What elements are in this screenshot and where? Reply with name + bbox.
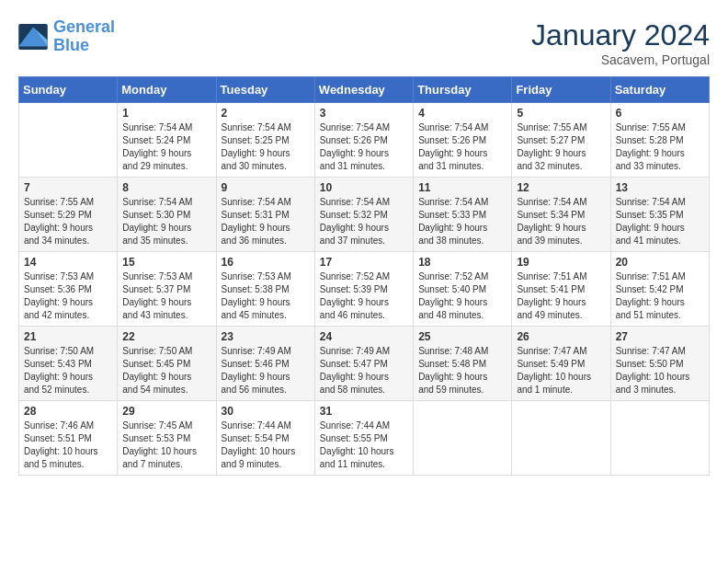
calendar-cell: 29Sunrise: 7:45 AMSunset: 5:53 PMDayligh… [118,401,216,476]
day-number: 4 [418,107,506,120]
title-block: January 2024 Sacavem, Portugal [531,18,710,67]
calendar-cell: 13Sunrise: 7:54 AMSunset: 5:35 PMDayligh… [610,178,709,252]
logo: General Blue [18,18,115,55]
day-number: 30 [222,405,310,418]
day-number: 22 [122,330,210,343]
day-number: 9 [222,181,310,194]
calendar-cell [414,401,512,476]
calendar-cell: 3Sunrise: 7:54 AMSunset: 5:26 PMDaylight… [314,103,413,178]
day-number: 31 [320,405,408,418]
day-info: Sunrise: 7:55 AMSunset: 5:29 PMDaylight:… [24,196,112,247]
calendar-cell: 26Sunrise: 7:47 AMSunset: 5:49 PMDayligh… [512,327,610,401]
day-info: Sunrise: 7:50 AMSunset: 5:45 PMDaylight:… [122,345,210,396]
day-info: Sunrise: 7:54 AMSunset: 5:25 PMDaylight:… [222,121,310,173]
day-info: Sunrise: 7:51 AMSunset: 5:41 PMDaylight:… [517,270,605,322]
day-info: Sunrise: 7:45 AMSunset: 5:53 PMDaylight:… [122,419,210,471]
day-number: 23 [222,330,310,343]
page-header: General Blue January 2024 Sacavem, Portu… [18,18,710,67]
calendar-cell: 30Sunrise: 7:44 AMSunset: 5:54 PMDayligh… [216,401,314,476]
day-info: Sunrise: 7:55 AMSunset: 5:27 PMDaylight:… [517,121,605,173]
calendar-cell: 17Sunrise: 7:52 AMSunset: 5:39 PMDayligh… [314,252,413,327]
calendar-cell: 11Sunrise: 7:54 AMSunset: 5:33 PMDayligh… [414,178,512,252]
day-info: Sunrise: 7:44 AMSunset: 5:55 PMDaylight:… [320,419,408,471]
logo-icon [18,24,48,50]
calendar-cell: 9Sunrise: 7:54 AMSunset: 5:31 PMDaylight… [216,178,314,252]
day-info: Sunrise: 7:54 AMSunset: 5:30 PMDaylight:… [122,196,210,247]
day-number: 15 [122,256,210,269]
day-info: Sunrise: 7:46 AMSunset: 5:51 PMDaylight:… [24,419,112,471]
calendar-cell: 12Sunrise: 7:54 AMSunset: 5:34 PMDayligh… [512,178,610,252]
day-number: 2 [222,107,310,120]
calendar-week-row: 21Sunrise: 7:50 AMSunset: 5:43 PMDayligh… [19,327,710,401]
day-info: Sunrise: 7:51 AMSunset: 5:42 PMDaylight:… [616,270,704,322]
weekday-header-cell: Sunday [19,77,118,103]
weekday-header-cell: Tuesday [216,77,314,103]
calendar-cell: 21Sunrise: 7:50 AMSunset: 5:43 PMDayligh… [19,327,118,401]
logo-text: General Blue [53,18,115,55]
day-number: 20 [616,256,704,269]
day-info: Sunrise: 7:47 AMSunset: 5:50 PMDaylight:… [616,345,704,396]
calendar-cell: 27Sunrise: 7:47 AMSunset: 5:50 PMDayligh… [610,327,709,401]
day-number: 12 [517,181,605,194]
calendar-cell: 18Sunrise: 7:52 AMSunset: 5:40 PMDayligh… [414,252,512,327]
day-number: 27 [616,330,704,343]
day-info: Sunrise: 7:54 AMSunset: 5:31 PMDaylight:… [222,196,310,247]
day-number: 8 [122,181,210,194]
day-number: 24 [320,330,408,343]
day-info: Sunrise: 7:53 AMSunset: 5:36 PMDaylight:… [24,270,112,322]
day-number: 18 [418,256,506,269]
calendar-cell: 20Sunrise: 7:51 AMSunset: 5:42 PMDayligh… [610,252,709,327]
calendar-cell: 10Sunrise: 7:54 AMSunset: 5:32 PMDayligh… [314,178,413,252]
day-info: Sunrise: 7:55 AMSunset: 5:28 PMDaylight:… [616,121,704,173]
calendar-week-row: 14Sunrise: 7:53 AMSunset: 5:36 PMDayligh… [19,252,710,327]
weekday-header-cell: Thursday [414,77,512,103]
calendar-cell: 19Sunrise: 7:51 AMSunset: 5:41 PMDayligh… [512,252,610,327]
location: Sacavem, Portugal [531,52,710,67]
day-info: Sunrise: 7:54 AMSunset: 5:33 PMDaylight:… [418,196,506,247]
day-info: Sunrise: 7:53 AMSunset: 5:38 PMDaylight:… [222,270,310,322]
calendar-cell: 1Sunrise: 7:54 AMSunset: 5:24 PMDaylight… [118,103,216,178]
weekday-header-cell: Saturday [610,77,709,103]
day-number: 1 [122,107,210,120]
calendar-cell: 14Sunrise: 7:53 AMSunset: 5:36 PMDayligh… [19,252,118,327]
day-number: 25 [418,330,506,343]
day-number: 26 [517,330,605,343]
day-info: Sunrise: 7:54 AMSunset: 5:24 PMDaylight:… [122,121,210,173]
weekday-header-cell: Friday [512,77,610,103]
calendar-cell: 15Sunrise: 7:53 AMSunset: 5:37 PMDayligh… [118,252,216,327]
calendar-week-row: 7Sunrise: 7:55 AMSunset: 5:29 PMDaylight… [19,178,710,252]
day-number: 3 [320,107,408,120]
calendar-cell: 7Sunrise: 7:55 AMSunset: 5:29 PMDaylight… [19,178,118,252]
day-info: Sunrise: 7:54 AMSunset: 5:34 PMDaylight:… [517,196,605,247]
calendar-cell: 24Sunrise: 7:49 AMSunset: 5:47 PMDayligh… [314,327,413,401]
day-number: 19 [517,256,605,269]
calendar-cell: 2Sunrise: 7:54 AMSunset: 5:25 PMDaylight… [216,103,314,178]
day-number: 13 [616,181,704,194]
calendar: SundayMondayTuesdayWednesdayThursdayFrid… [18,76,710,476]
day-number: 5 [517,107,605,120]
day-info: Sunrise: 7:44 AMSunset: 5:54 PMDaylight:… [222,419,310,471]
weekday-header-cell: Monday [118,77,216,103]
day-info: Sunrise: 7:48 AMSunset: 5:48 PMDaylight:… [418,345,506,396]
day-number: 14 [24,256,112,269]
day-info: Sunrise: 7:54 AMSunset: 5:32 PMDaylight:… [320,196,408,247]
day-info: Sunrise: 7:54 AMSunset: 5:26 PMDaylight:… [320,121,408,173]
day-info: Sunrise: 7:52 AMSunset: 5:39 PMDaylight:… [320,270,408,322]
day-info: Sunrise: 7:54 AMSunset: 5:35 PMDaylight:… [616,196,704,247]
day-info: Sunrise: 7:53 AMSunset: 5:37 PMDaylight:… [122,270,210,322]
calendar-cell: 25Sunrise: 7:48 AMSunset: 5:48 PMDayligh… [414,327,512,401]
calendar-cell: 23Sunrise: 7:49 AMSunset: 5:46 PMDayligh… [216,327,314,401]
day-info: Sunrise: 7:49 AMSunset: 5:46 PMDaylight:… [222,345,310,396]
weekday-header-row: SundayMondayTuesdayWednesdayThursdayFrid… [19,77,710,103]
calendar-week-row: 28Sunrise: 7:46 AMSunset: 5:51 PMDayligh… [19,401,710,476]
calendar-cell: 8Sunrise: 7:54 AMSunset: 5:30 PMDaylight… [118,178,216,252]
day-number: 11 [418,181,506,194]
calendar-cell [610,401,709,476]
day-number: 28 [24,405,112,418]
day-info: Sunrise: 7:52 AMSunset: 5:40 PMDaylight:… [418,270,506,322]
calendar-cell: 31Sunrise: 7:44 AMSunset: 5:55 PMDayligh… [314,401,413,476]
calendar-week-row: 1Sunrise: 7:54 AMSunset: 5:24 PMDaylight… [19,103,710,178]
day-number: 29 [122,405,210,418]
day-number: 17 [320,256,408,269]
month-title: January 2024 [531,18,710,52]
